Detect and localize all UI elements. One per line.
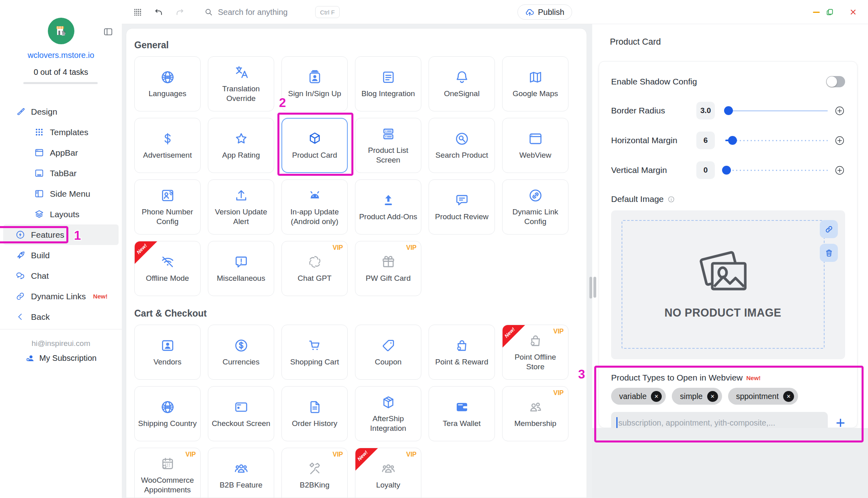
feature-card-search-product[interactable]: Search Product (429, 118, 495, 173)
remove-chip-icon[interactable]: ✕ (651, 391, 662, 402)
store-logo[interactable] (48, 18, 74, 44)
sidebar-item-back[interactable]: Back (3, 307, 119, 327)
main-scrollbar[interactable] (589, 277, 592, 298)
feature-card-advertisement[interactable]: Advertisement (134, 118, 201, 173)
search-icon (204, 8, 213, 16)
image-link-button[interactable] (820, 220, 838, 238)
search-input[interactable] (218, 8, 310, 17)
feature-card-translation-override[interactable]: Translation Override (208, 56, 274, 111)
feature-card-sign-in-sign-up[interactable]: Sign In/Sign Up (281, 56, 348, 111)
feature-card-chat-gpt[interactable]: VIPChat GPT (281, 241, 348, 296)
feature-card-order-history[interactable]: Order History (281, 386, 348, 441)
feature-card-blog-integration[interactable]: Blog Integration (355, 56, 421, 111)
feature-card-shopping-cart[interactable]: Shopping Cart (281, 325, 348, 380)
sidebar-item-appbar[interactable]: AppBar (3, 142, 119, 163)
feature-card-point-offline-store[interactable]: New!VIPPoint Offline Store (502, 325, 568, 380)
feature-card-google-maps[interactable]: Google Maps (502, 56, 568, 111)
feature-card-point-reward[interactable]: Point & Reward (429, 325, 495, 380)
feature-card-onesignal[interactable]: OneSignal (429, 56, 495, 111)
cube-icon (307, 131, 322, 146)
feature-card-checkout-screen[interactable]: Checkout Screen (208, 386, 274, 441)
image-delete-button[interactable] (820, 244, 838, 262)
feature-card-app-rating[interactable]: App Rating (208, 118, 274, 173)
panel-scrollbar[interactable] (593, 277, 596, 298)
feature-card-loyalty[interactable]: New!VIPLoyalty (355, 448, 421, 498)
feature-card-label: Shipping Country (135, 419, 200, 428)
plus-circle-icon[interactable] (834, 105, 845, 116)
section-title: Cart & Checkout (134, 308, 579, 319)
globe-icon (160, 399, 175, 415)
slider-track[interactable] (725, 136, 828, 145)
feature-card-product-review[interactable]: Product Review (429, 179, 495, 235)
feature-card-b2bking[interactable]: VIPB2BKing (281, 448, 348, 498)
slider-track[interactable] (725, 106, 828, 115)
undo-icon[interactable] (154, 8, 163, 17)
cloud-upload-icon (525, 8, 534, 17)
feature-card-coupon[interactable]: Coupon (355, 325, 421, 380)
feature-card-woocommerce-appointments[interactable]: VIPWooCommerce Appointments (134, 448, 201, 498)
feature-card-vendors[interactable]: Vendors (134, 325, 201, 380)
feature-card-product-list-screen[interactable]: Product List Screen (355, 118, 421, 173)
apps-grid-icon[interactable] (133, 8, 142, 16)
feature-card-tera-wallet[interactable]: Tera Wallet (429, 386, 495, 441)
publish-button[interactable]: Publish (517, 4, 572, 20)
feature-card-label: In-app Update (Android only) (282, 207, 347, 226)
feature-card-in-app-update[interactable]: In-app Update (Android only) (281, 179, 348, 235)
feature-card-pw-gift-card[interactable]: VIPPW Gift Card (355, 241, 421, 296)
feature-card-languages[interactable]: Languages (134, 56, 201, 111)
new-ribbon: New! (135, 241, 157, 264)
feature-card-b2b-feature[interactable]: B2B Feature (208, 448, 274, 498)
sidebar-toggle-icon[interactable] (103, 27, 113, 39)
image-dropzone[interactable]: NO PRODUCT IMAGE (622, 220, 825, 349)
feature-card-label: Search Product (432, 150, 491, 160)
feature-card-label: Currencies (220, 357, 263, 366)
plus-circle-icon[interactable] (834, 135, 845, 146)
sidebar-item-tabbar[interactable]: TabBar (3, 163, 119, 183)
sidebar-item-dynamic-links[interactable]: Dynamic LinksNew! (3, 286, 119, 307)
sidebar-item-build[interactable]: Build (3, 245, 119, 265)
slider-track[interactable] (725, 165, 828, 175)
feature-card-shipping-country[interactable]: Shipping Country (134, 386, 201, 441)
feature-card-product-card[interactable]: Product Card (281, 118, 348, 173)
window-minimize-button[interactable] (813, 0, 820, 24)
sidebar-item-side-menu[interactable]: Side Menu (3, 183, 119, 204)
plus-circle-icon[interactable] (834, 165, 845, 176)
grid9-icon (34, 127, 44, 137)
tasks-progress-label: 0 out of 4 tasks (0, 68, 122, 77)
listrows-icon (381, 126, 396, 142)
shipbox-icon (381, 395, 396, 410)
sidebar-item-design[interactable]: Design (3, 101, 119, 122)
new-badge: New! (746, 375, 761, 381)
feature-card-version-update-alert[interactable]: Version Update Alert (208, 179, 274, 235)
sidebar-item-templates[interactable]: Templates (3, 122, 119, 142)
feature-card-currencies[interactable]: Currencies (208, 325, 274, 380)
my-subscription-link[interactable]: My Subscription (0, 353, 122, 363)
feature-card-miscellaneous[interactable]: Miscellaneous (208, 241, 274, 296)
feature-card-dynamic-link-config[interactable]: Dynamic Link Config (502, 179, 568, 235)
remove-chip-icon[interactable]: ✕ (707, 391, 718, 402)
redo-icon[interactable] (175, 8, 185, 17)
remove-chip-icon[interactable]: ✕ (783, 391, 794, 402)
feature-card-offline-mode[interactable]: New!Offline Mode (134, 241, 201, 296)
site-url-link[interactable]: wclovers.mstore.io (0, 51, 122, 60)
slider-knob[interactable] (724, 106, 733, 115)
sidebar-item-chat[interactable]: Chat (3, 265, 119, 286)
window-maximize-icon[interactable] (826, 0, 834, 24)
sidebar-item-label: Build (31, 251, 50, 260)
window-close-button[interactable] (849, 0, 857, 24)
shadow-toggle[interactable] (826, 76, 845, 87)
feature-card-product-add-ons[interactable]: Product Add-Ons (355, 179, 421, 235)
info-icon[interactable] (667, 195, 675, 203)
star-icon (234, 131, 249, 146)
feature-card-phone-number-config[interactable]: Phone Number Config (134, 179, 201, 235)
feature-card-membership[interactable]: VIPMembership (502, 386, 568, 441)
feature-card-webview[interactable]: WebView (502, 118, 568, 173)
sidemenu-icon (34, 189, 44, 199)
sidebar-item-features[interactable]: Features (3, 224, 119, 245)
slider-knob[interactable] (722, 166, 731, 175)
slider-knob[interactable] (728, 136, 737, 145)
sidebar-item-label: Layouts (50, 210, 80, 219)
feature-card-aftership-integration[interactable]: AfterShip Integration (355, 386, 421, 441)
inspector-title: Product Card (610, 37, 661, 47)
sidebar-item-layouts[interactable]: Layouts (3, 204, 119, 224)
